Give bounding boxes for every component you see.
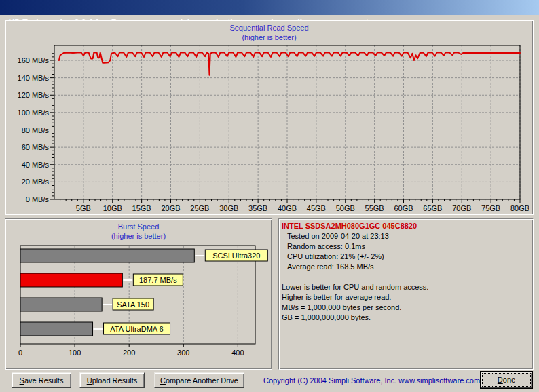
cpu-utilization-line: CPU utilization: 21% (+/- 2%) bbox=[282, 252, 530, 262]
svg-text:ATA UltraDMA 6: ATA UltraDMA 6 bbox=[110, 325, 163, 333]
svg-text:300: 300 bbox=[177, 349, 189, 357]
compare-another-drive-button[interactable]: Compare Another Drive bbox=[154, 372, 244, 388]
svg-text:400: 400 bbox=[231, 349, 244, 357]
note-gb-definition: GB = 1,000,000,000 bytes. bbox=[282, 313, 530, 323]
svg-text:60 MB/s: 60 MB/s bbox=[22, 143, 50, 151]
svg-text:70GB: 70GB bbox=[452, 204, 471, 212]
tested-on-line: Tested on 2009-04-20 at 23:13 bbox=[282, 231, 530, 241]
svg-text:65GB: 65GB bbox=[423, 204, 442, 212]
svg-text:100: 100 bbox=[69, 349, 81, 357]
burst-chart-title-line1: Burst Speed bbox=[5, 222, 272, 231]
svg-text:SCSI Ultra320: SCSI Ultra320 bbox=[212, 252, 260, 260]
svg-text:20 MB/s: 20 MB/s bbox=[22, 178, 50, 186]
svg-text:120 MB/s: 120 MB/s bbox=[18, 91, 50, 99]
note-lower-better: Lower is better for CPU and random acces… bbox=[282, 282, 530, 292]
svg-text:45GB: 45GB bbox=[307, 204, 326, 212]
drive-info-panel: INTEL SSDSA2MH080G1GC 045C8820 Tested on… bbox=[278, 218, 534, 370]
sequential-read-panel: Sequential Read Speed (higher is better)… bbox=[5, 20, 534, 215]
sequential-chart-title-line1: Sequential Read Speed bbox=[5, 23, 533, 33]
upload-results-button[interactable]: Upload Results bbox=[79, 372, 145, 388]
svg-text:200: 200 bbox=[123, 349, 135, 357]
svg-text:55GB: 55GB bbox=[365, 204, 384, 212]
burst-speed-panel: Burst Speed (higher is better) 010020030… bbox=[5, 218, 272, 370]
window-titlebar[interactable]: HD Tach version 3.0.4.0 - For non-commer… bbox=[0, 0, 539, 15]
svg-text:80 MB/s: 80 MB/s bbox=[22, 126, 50, 134]
svg-text:40 MB/s: 40 MB/s bbox=[22, 161, 50, 169]
svg-text:160 MB/s: 160 MB/s bbox=[18, 56, 50, 64]
burst-chart-title-line2: (higher is better) bbox=[5, 231, 272, 241]
svg-text:25GB: 25GB bbox=[190, 204, 209, 212]
svg-text:140 MB/s: 140 MB/s bbox=[18, 74, 50, 82]
sequential-chart-title-line2: (higher is better) bbox=[5, 33, 533, 42]
svg-text:80GB: 80GB bbox=[510, 204, 529, 212]
sequential-read-chart: 0 MB/s20 MB/s40 MB/s60 MB/s80 MB/s100 MB… bbox=[5, 43, 530, 213]
svg-text:5GB: 5GB bbox=[76, 204, 91, 212]
svg-text:35GB: 35GB bbox=[248, 204, 267, 212]
svg-text:60GB: 60GB bbox=[394, 204, 413, 212]
svg-text:50GB: 50GB bbox=[336, 204, 355, 212]
done-button[interactable]: Done bbox=[480, 371, 533, 389]
svg-text:SATA 150: SATA 150 bbox=[117, 300, 149, 309]
save-results-button[interactable]: Save Results bbox=[12, 372, 71, 388]
average-read-line: Average read: 168.5 MB/s bbox=[282, 262, 530, 272]
svg-text:187.7 MB/s: 187.7 MB/s bbox=[139, 276, 177, 284]
burst-speed-chart: 0100200300400SCSI Ultra320187.7 MB/sSATA… bbox=[5, 242, 269, 364]
svg-text:15GB: 15GB bbox=[132, 204, 151, 212]
svg-text:30GB: 30GB bbox=[219, 204, 238, 212]
svg-text:40GB: 40GB bbox=[278, 204, 297, 212]
copyright-text: Copyright (C) 2004 Simpli Software, Inc.… bbox=[263, 376, 480, 385]
svg-text:0: 0 bbox=[18, 349, 22, 357]
hdtach-window: { "window": { "title": "HD Tach version … bbox=[0, 0, 539, 392]
svg-text:20GB: 20GB bbox=[161, 204, 180, 212]
sequential-chart-title: Sequential Read Speed (higher is better) bbox=[5, 20, 533, 43]
svg-text:10GB: 10GB bbox=[103, 204, 122, 212]
svg-text:100 MB/s: 100 MB/s bbox=[18, 109, 50, 117]
svg-text:75GB: 75GB bbox=[481, 204, 500, 212]
note-mbs-definition: MB/s = 1,000,000 bytes per second. bbox=[282, 302, 530, 313]
note-higher-better: Higher is better for average read. bbox=[282, 292, 530, 302]
svg-text:0 MB/s: 0 MB/s bbox=[26, 195, 50, 203]
random-access-line: Random access: 0.1ms bbox=[282, 241, 530, 252]
drive-name: INTEL SSDSA2MH080G1GC 045C8820 bbox=[282, 221, 530, 231]
burst-chart-title: Burst Speed (higher is better) bbox=[5, 219, 272, 242]
